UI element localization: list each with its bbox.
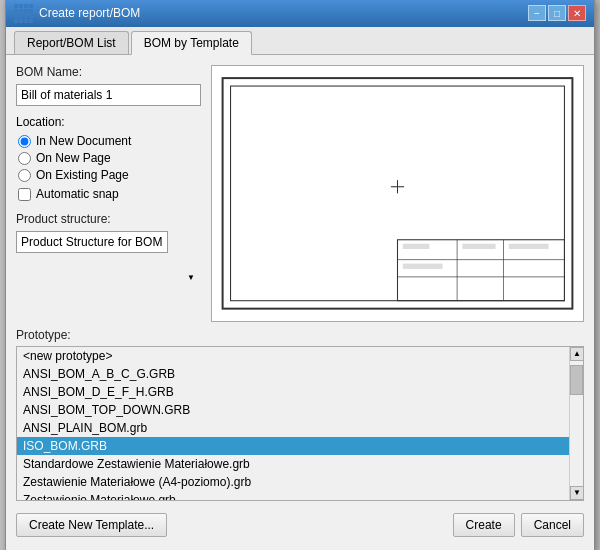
svg-rect-10 [403, 264, 443, 269]
title-bar: Create report/BOM − □ ✕ [6, 0, 594, 27]
preview-svg [212, 66, 583, 321]
minimize-button[interactable]: − [528, 5, 546, 21]
scroll-up-button[interactable]: ▲ [570, 347, 584, 361]
list-item[interactable]: Standardowe Zestawienie Materiałowe.grb [17, 455, 569, 473]
list-item-selected[interactable]: ISO_BOM.GRB [17, 437, 569, 455]
svg-rect-11 [462, 244, 495, 249]
list-item[interactable]: ANSI_PLAIN_BOM.grb [17, 419, 569, 437]
scroll-thumb[interactable] [570, 365, 583, 395]
automatic-snap-option: Automatic snap [16, 187, 201, 201]
scroll-down-button[interactable]: ▼ [570, 486, 584, 500]
window-controls: − □ ✕ [528, 5, 586, 21]
location-new-page-label: On New Page [36, 151, 111, 165]
maximize-button[interactable]: □ [548, 5, 566, 21]
bottom-buttons: Create New Template... Create Cancel [16, 507, 584, 541]
product-structure-dropdown[interactable]: Product Structure for BOM [16, 231, 168, 253]
location-radio-group: In New Document On New Page On Existing … [16, 134, 201, 182]
scrollbar: ▲ ▼ [569, 347, 583, 500]
svg-rect-12 [509, 244, 549, 249]
list-item[interactable]: <new prototype> [17, 347, 569, 365]
location-existing-page-label: On Existing Page [36, 168, 129, 182]
automatic-snap-label: Automatic snap [36, 187, 119, 201]
location-option-new-document: In New Document [18, 134, 201, 148]
window-title: Create report/BOM [39, 6, 140, 20]
create-button[interactable]: Create [453, 513, 515, 537]
list-item[interactable]: Zestawienie Materiałowe.grb [17, 491, 569, 500]
list-item[interactable]: ANSI_BOM_TOP_DOWN.GRB [17, 401, 569, 419]
location-label: Location: [16, 115, 201, 129]
location-option-new-page: On New Page [18, 151, 201, 165]
location-option-existing-page: On Existing Page [18, 168, 201, 182]
app-icon [14, 4, 33, 23]
location-new-document-label: In New Document [36, 134, 131, 148]
tab-bom-by-template[interactable]: BOM by Template [131, 31, 252, 55]
create-new-template-button[interactable]: Create New Template... [16, 513, 167, 537]
svg-rect-9 [403, 244, 430, 249]
list-item[interactable]: ANSI_BOM_A_B_C_G.GRB [17, 365, 569, 383]
product-structure-label: Product structure: [16, 212, 201, 226]
prototype-section: Prototype: <new prototype> ANSI_BOM_A_B_… [16, 328, 584, 501]
bom-name-input[interactable] [16, 84, 201, 106]
cancel-button[interactable]: Cancel [521, 513, 584, 537]
main-window: Create report/BOM − □ ✕ Report/BOM List … [5, 0, 595, 550]
top-section: BOM Name: Location: In New Document On N… [16, 65, 584, 322]
right-buttons: Create Cancel [453, 513, 584, 537]
list-item[interactable]: ANSI_BOM_D_E_F_H.GRB [17, 383, 569, 401]
dialog-content: BOM Name: Location: In New Document On N… [6, 55, 594, 550]
bom-name-label: BOM Name: [16, 65, 201, 79]
product-structure-dropdown-wrapper: Product Structure for BOM [16, 231, 201, 322]
list-item[interactable]: Zestawienie Materiałowe (A4-poziomo).grb [17, 473, 569, 491]
left-panel: BOM Name: Location: In New Document On N… [16, 65, 201, 322]
tab-bar: Report/BOM List BOM by Template [6, 27, 594, 55]
prototype-list: <new prototype> ANSI_BOM_A_B_C_G.GRB ANS… [17, 347, 569, 500]
template-preview [211, 65, 584, 322]
tab-report-bom-list[interactable]: Report/BOM List [14, 31, 129, 54]
close-button[interactable]: ✕ [568, 5, 586, 21]
prototype-label: Prototype: [16, 328, 584, 342]
prototype-list-container: <new prototype> ANSI_BOM_A_B_C_G.GRB ANS… [16, 346, 584, 501]
